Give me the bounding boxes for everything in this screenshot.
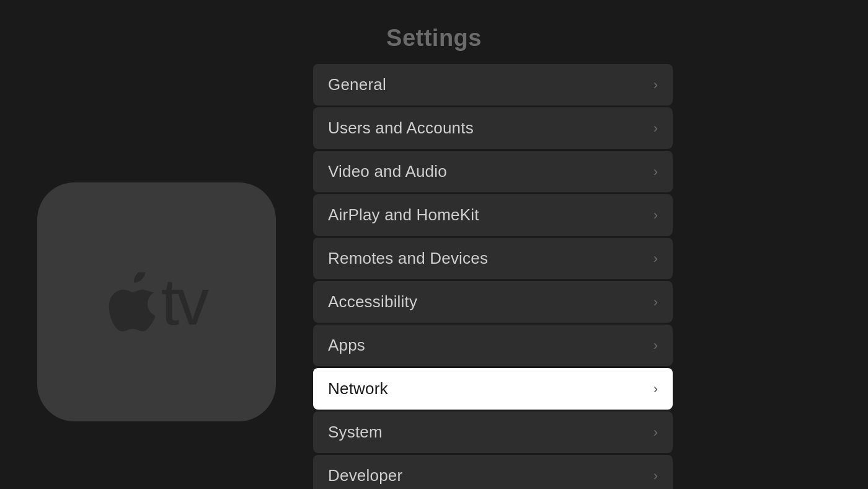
chevron-icon-general: › (653, 77, 658, 93)
settings-label-developer: Developer (328, 466, 402, 485)
chevron-icon-developer: › (653, 468, 658, 484)
settings-item-network[interactable]: Network› (313, 368, 673, 410)
apple-tv-image: tv (37, 182, 276, 421)
chevron-icon-network: › (653, 381, 658, 397)
settings-label-airplay-and-homekit: AirPlay and HomeKit (328, 205, 479, 225)
page-title: Settings (386, 25, 482, 52)
settings-item-remotes-and-devices[interactable]: Remotes and Devices› (313, 238, 673, 279)
settings-label-users-and-accounts: Users and Accounts (328, 119, 474, 138)
settings-label-video-and-audio: Video and Audio (328, 162, 447, 181)
apple-logo-icon (107, 272, 156, 331)
chevron-icon-video-and-audio: › (653, 164, 658, 180)
chevron-icon-system: › (653, 424, 658, 441)
settings-list: General›Users and Accounts›Video and Aud… (313, 64, 673, 489)
settings-label-apps: Apps (328, 336, 365, 355)
settings-item-developer[interactable]: Developer› (313, 455, 673, 489)
settings-label-system: System (328, 423, 383, 442)
chevron-icon-apps: › (653, 338, 658, 354)
settings-item-accessibility[interactable]: Accessibility› (313, 281, 673, 323)
settings-item-users-and-accounts[interactable]: Users and Accounts› (313, 107, 673, 149)
chevron-icon-accessibility: › (653, 294, 658, 310)
apple-tv-logo: tv (107, 269, 207, 334)
tv-text-label: tv (161, 269, 207, 334)
settings-item-system[interactable]: System› (313, 411, 673, 453)
apple-tv-box: tv (37, 182, 276, 421)
settings-label-general: General (328, 75, 386, 94)
settings-item-video-and-audio[interactable]: Video and Audio› (313, 151, 673, 192)
main-content: tv General›Users and Accounts›Video and … (0, 64, 868, 489)
chevron-icon-remotes-and-devices: › (653, 251, 658, 267)
settings-item-apps[interactable]: Apps› (313, 325, 673, 366)
settings-item-airplay-and-homekit[interactable]: AirPlay and HomeKit› (313, 194, 673, 236)
settings-label-accessibility: Accessibility (328, 292, 417, 312)
chevron-icon-airplay-and-homekit: › (653, 207, 658, 223)
settings-label-remotes-and-devices: Remotes and Devices (328, 249, 488, 268)
chevron-icon-users-and-accounts: › (653, 120, 658, 137)
settings-label-network: Network (328, 379, 388, 398)
settings-item-general[interactable]: General› (313, 64, 673, 105)
